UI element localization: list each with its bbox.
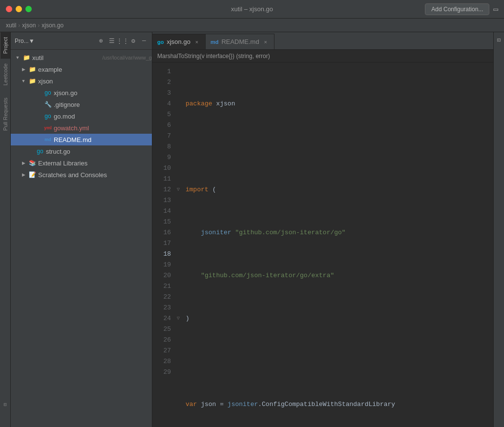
- add-configuration-button[interactable]: Add Configuration...: [425, 3, 489, 15]
- panel-header-icons: ⊕ ☰ ⋮⋮ ⚙ —: [97, 37, 148, 45]
- line-num-9: 9: [152, 152, 171, 163]
- tree-item-example[interactable]: ▶ 📁 example: [11, 63, 152, 75]
- right-sidebar: ⊡: [493, 32, 504, 427]
- minimize-button[interactable]: [16, 6, 22, 12]
- settings-icon[interactable]: ⚙: [129, 37, 137, 45]
- code-text-6: ): [181, 313, 189, 324]
- line-num-28: 28: [152, 356, 171, 367]
- minimize-panel-icon[interactable]: —: [140, 37, 148, 45]
- tree-item-gowatch[interactable]: yml gowatch.yml: [11, 122, 152, 134]
- breadcrumb-item-file[interactable]: xjson.go: [42, 22, 63, 29]
- tree-item-external[interactable]: ▶ 📚 External Libraries: [11, 157, 152, 169]
- tab-xjson-go[interactable]: go xjson.go ×: [152, 34, 206, 49]
- filter-icon[interactable]: ⋮⋮: [119, 37, 126, 45]
- tree-item-readme[interactable]: md README.md: [11, 134, 152, 145]
- editor-area: go xjson.go × md README.md × MarshalToSt…: [152, 32, 493, 427]
- sidebar-tab-project[interactable]: Project: [0, 32, 10, 59]
- tree-item-xjson-go[interactable]: go xjson.go: [11, 87, 152, 99]
- tree-label-struct: struct.go: [46, 148, 152, 155]
- sidebar-tab-pull-requests[interactable]: Pull Requests: [0, 93, 10, 136]
- tree-label-xjson-folder: xjson: [38, 78, 152, 85]
- tree-label-gitignore: .gitignore: [54, 101, 152, 108]
- code-text-5: "github.com/json-iterator/go/extra": [181, 270, 334, 281]
- tab-label-xjson: xjson.go: [167, 38, 190, 45]
- arrow-xjson: ▼: [21, 79, 26, 83]
- fold-icon-6[interactable]: ▽: [177, 313, 180, 324]
- right-icon-1[interactable]: ⊡: [495, 36, 503, 44]
- line-num-14: 14: [152, 206, 171, 217]
- scratch-icon: 📝: [28, 171, 36, 179]
- panel-header: Pro...▼ ⊕ ☰ ⋮⋮ ⚙ —: [11, 32, 152, 50]
- list-icon[interactable]: ☰: [108, 37, 116, 45]
- line-num-21: 21: [152, 281, 171, 292]
- code-content[interactable]: package xjson ▽ import ( jsoniter "githu…: [177, 62, 493, 427]
- arrow-scratches: ▶: [21, 172, 26, 177]
- tab-close-readme[interactable]: ×: [262, 39, 269, 45]
- code-line-6: ▽ ): [177, 313, 493, 324]
- fold-icon-3[interactable]: ▽: [177, 184, 180, 195]
- editor-breadcrumb: MarshalToString(v interface{}) (string, …: [152, 50, 493, 62]
- maximize-button[interactable]: [25, 6, 32, 12]
- line-num-16: 16: [152, 227, 171, 238]
- tree-label-external: External Libraries: [38, 160, 152, 167]
- code-text-1: package xjson: [181, 99, 235, 109]
- titlebar: xutil – xjson.go Add Configuration... ▭: [0, 0, 504, 19]
- code-line-4: jsoniter "github.com/json-iterator/go": [177, 227, 493, 238]
- code-line-1: package xjson: [177, 99, 493, 109]
- breadcrumb-item-xutil[interactable]: xutil: [6, 22, 16, 29]
- line-num-25: 25: [152, 324, 171, 335]
- line-num-27: 27: [152, 346, 171, 356]
- line-num-12: 12: [152, 184, 171, 195]
- tab-bar: go xjson.go × md README.md ×: [152, 32, 493, 50]
- line-num-1: 1: [152, 66, 171, 77]
- editor-breadcrumb-text: MarshalToString(v interface{}) (string, …: [157, 53, 270, 60]
- line-num-11: 11: [152, 174, 171, 184]
- line-num-29: 29: [152, 367, 171, 378]
- xutil-path: /usr/local/var/www_g: [101, 55, 152, 61]
- code-line-3: ▽ import (: [177, 184, 493, 195]
- code-area[interactable]: 1 2 3 4 5 6 7 8 9 10 11 12 13 14 15 16 1…: [152, 62, 493, 427]
- code-line-8: var json = jsoniter.ConfigCompatibleWith…: [177, 399, 493, 410]
- folder-icon-example: 📁: [28, 65, 36, 73]
- tree-item-xutil[interactable]: ▼ 📁 xutil /usr/local/var/www_g: [11, 52, 152, 63]
- arrow-example: ▶: [21, 67, 26, 72]
- gitignore-icon: 🔧: [44, 101, 52, 108]
- tree-label-readme: README.md: [54, 136, 152, 143]
- tree-item-scratches[interactable]: ▶ 📝 Scratches and Consoles: [11, 169, 152, 181]
- line-num-22: 22: [152, 292, 171, 303]
- line-num-13: 13: [152, 195, 171, 206]
- line-num-7: 7: [152, 131, 171, 142]
- breadcrumb-item-xjson[interactable]: xjson: [22, 22, 36, 29]
- panel-title-text: Pro...▼: [15, 38, 35, 44]
- line-num-4: 4: [152, 99, 171, 109]
- tree-item-xjson-folder[interactable]: ▼ 📁 xjson: [11, 75, 152, 87]
- tab-icon-md: md: [210, 39, 219, 45]
- tree-label-xjson-go: xjson.go: [54, 89, 152, 97]
- tree-label-example: example: [38, 66, 152, 73]
- globe-icon[interactable]: ⊕: [97, 37, 105, 45]
- window-controls[interactable]: [6, 6, 32, 12]
- line-num-3: 3: [152, 88, 171, 99]
- code-line-2: [177, 142, 493, 152]
- file-tree: ▼ 📁 xutil /usr/local/var/www_g ▶ 📁 examp…: [11, 50, 152, 427]
- line-num-15: 15: [152, 217, 171, 227]
- line-numbers: 1 2 3 4 5 6 7 8 9 10 11 12 13 14 15 16 1…: [152, 62, 177, 427]
- project-panel: Pro...▼ ⊕ ☰ ⋮⋮ ⚙ — ▼ 📁 xutil /usr/local/…: [11, 32, 152, 427]
- tree-item-gitignore[interactable]: 🔧 .gitignore: [11, 99, 152, 110]
- sidebar-bottom-icon[interactable]: ⊡: [3, 402, 6, 407]
- tree-item-struct[interactable]: go struct.go: [11, 145, 152, 157]
- code-text-3: import (: [181, 184, 216, 195]
- tree-label-scratches: Scratches and Consoles: [38, 171, 152, 179]
- main-layout: Project Leetcode Pull Requests ⊡ Pro...▼…: [0, 32, 504, 427]
- line-num-19: 19: [152, 260, 171, 270]
- expand-icon[interactable]: ▭: [493, 4, 498, 14]
- yml-icon: yml: [44, 124, 52, 132]
- line-num-24: 24: [152, 313, 171, 324]
- line-num-5: 5: [152, 109, 171, 120]
- sidebar-tab-leetcode[interactable]: Leetcode: [0, 59, 10, 90]
- close-button[interactable]: [6, 6, 12, 12]
- tab-readme[interactable]: md README.md ×: [206, 34, 274, 49]
- tab-close-xjson[interactable]: ×: [193, 39, 200, 45]
- tree-item-gomod[interactable]: go go.mod: [11, 110, 152, 122]
- line-num-18: 18: [152, 249, 171, 260]
